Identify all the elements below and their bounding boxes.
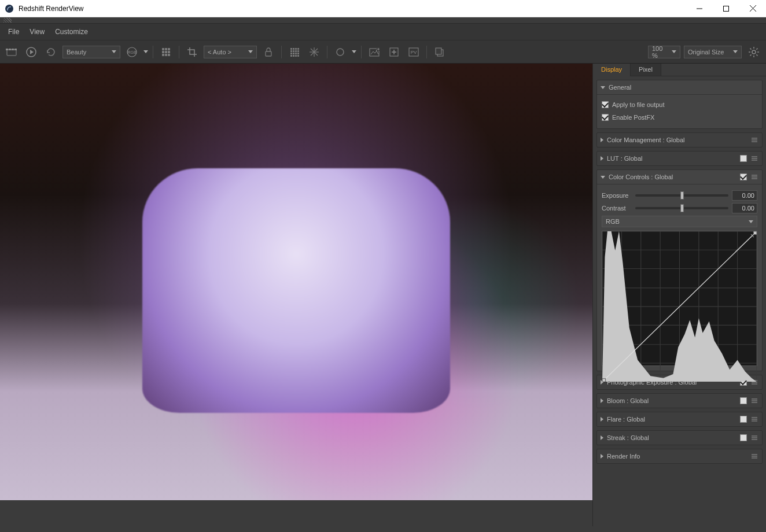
lock-button[interactable] [260,44,277,60]
grid-button[interactable] [158,44,174,60]
contrast-slider[interactable] [635,207,728,209]
svg-rect-33 [295,53,297,54]
close-button[interactable] [739,0,766,17]
size-mode-dropdown[interactable]: Original Size [684,46,742,58]
freeze-button[interactable] [306,44,322,60]
svg-rect-21 [168,54,170,56]
group-lut-title: LUT : Global [607,155,736,162]
close-icon[interactable]: × [750,232,754,239]
menu-icon[interactable] [750,434,758,442]
tab-pixel[interactable]: Pixel [631,64,661,76]
svg-rect-5 [7,50,16,56]
maximize-button[interactable] [713,0,739,17]
group-render-info: Render Info [596,449,763,464]
preview-button[interactable]: PV [406,44,422,60]
menu-icon[interactable] [750,173,758,181]
svg-rect-32 [293,53,294,54]
svg-rect-16 [162,51,164,53]
chevron-down-icon [672,50,676,53]
grip-bar[interactable] [0,17,766,23]
settings-button[interactable] [745,43,763,61]
svg-rect-38 [297,55,299,57]
menu-icon[interactable] [750,136,758,144]
chevron-down-icon[interactable] [143,50,148,53]
svg-rect-53 [436,48,441,54]
menu-icon[interactable] [750,415,758,423]
checkbox-color-controls[interactable] [740,173,747,180]
group-color-controls-header[interactable]: Color Controls : Global [597,170,762,184]
checkbox-apply-to-file[interactable] [602,101,609,108]
svg-rect-15 [168,48,170,50]
checkbox-bloom[interactable] [740,397,747,404]
contrast-value[interactable]: 0.00 [732,203,757,213]
exposure-slider[interactable] [635,194,728,197]
histogram[interactable]: × [602,231,757,366]
group-streak-header[interactable]: Streak : Global [597,431,762,445]
menu-view[interactable]: View [25,25,49,38]
menu-icon[interactable] [750,397,758,405]
checkbox-enable-postfx[interactable] [602,114,609,121]
svg-rect-36 [293,55,294,57]
menu-file[interactable]: File [3,25,24,38]
buckets-button[interactable] [286,44,303,60]
label-apply-to-file: Apply to file output [612,101,665,108]
group-color-controls-title: Color Controls : Global [609,173,736,180]
window-buttons [686,0,766,17]
histogram-mode-dropdown[interactable]: RGB [602,216,757,227]
zoom-label: 100 % [652,45,668,59]
triangle-right-icon [601,156,603,161]
exposure-value[interactable]: 0.00 [732,190,757,201]
zoom-dropdown[interactable]: 100 % [648,46,680,58]
slider-thumb[interactable] [680,204,684,212]
tab-display[interactable]: Display [593,64,631,76]
play-button[interactable] [23,44,39,60]
group-lut: LUT : Global [596,151,763,166]
checkbox-flare[interactable] [740,416,747,423]
separator [327,46,327,58]
separator [179,46,179,58]
add-snapshot-button[interactable] [386,44,402,60]
window-title: Redshift RenderView [19,5,686,13]
group-streak-title: Streak : Global [607,434,736,441]
crop-dropdown-label: < Auto > [208,49,231,56]
group-color-management-header[interactable]: Color Management : Global [597,133,762,147]
slider-thumb[interactable] [680,191,684,200]
render-view[interactable] [0,64,592,500]
copy-button[interactable] [432,44,448,60]
svg-line-59 [750,48,752,49]
exposure-row: Exposure 0.00 [602,190,757,201]
aov-dropdown[interactable]: Beauty [62,46,120,58]
group-general-header[interactable]: General [597,80,762,94]
crop-dropdown[interactable]: < Auto > [204,46,257,58]
checkbox-streak[interactable] [740,434,747,441]
group-lut-header[interactable]: LUT : Global [597,152,762,165]
shape-button[interactable] [332,44,348,60]
svg-rect-14 [165,48,167,50]
crop-button[interactable] [184,44,200,60]
svg-rect-35 [290,55,292,57]
group-render-info-title: Render Info [607,453,747,460]
svg-rect-30 [297,50,299,52]
refresh-button[interactable] [43,44,59,60]
rgb-channels-button[interactable]: RGB [124,44,140,60]
menu-icon[interactable] [750,452,758,460]
svg-text:RGB: RGB [127,50,137,54]
svg-rect-22 [266,51,271,56]
chevron-down-icon[interactable] [352,50,356,53]
svg-rect-28 [293,50,294,52]
menu-icon[interactable] [750,154,758,162]
menu-customize[interactable]: Customize [50,25,93,38]
minimize-button[interactable] [686,0,713,17]
render-button[interactable] [3,44,20,60]
separator [281,46,282,58]
group-bloom-header[interactable]: Bloom : Global [597,394,762,408]
checkbox-lut[interactable] [740,155,747,162]
group-flare-header[interactable]: Flare : Global [597,412,762,426]
snapshot-button[interactable] [366,44,382,60]
app-icon [5,4,14,13]
svg-rect-13 [162,48,164,50]
group-color-controls: Color Controls : Global Exposure 0.00 Co… [596,169,763,371]
svg-rect-26 [297,48,299,50]
group-render-info-header[interactable]: Render Info [597,449,762,463]
group-bloom-title: Bloom : Global [607,397,736,404]
